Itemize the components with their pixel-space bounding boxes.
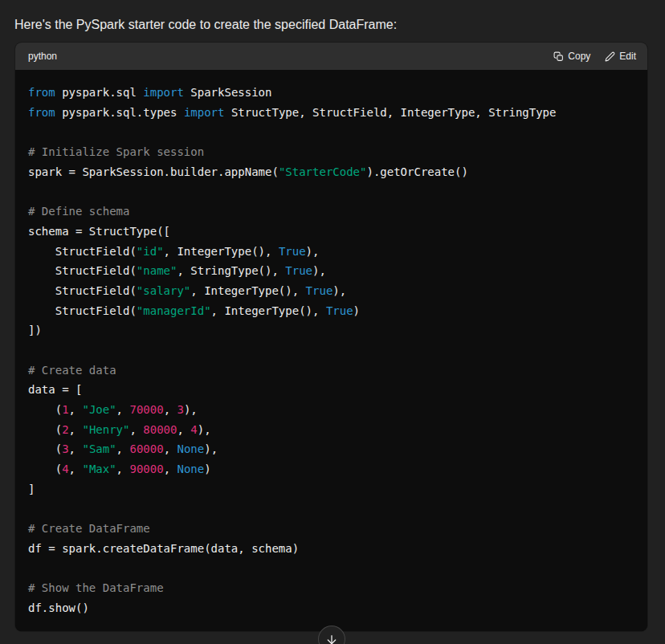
code-token: StructField( [28,264,137,277]
edit-pencil-icon [605,51,615,62]
code-token: True [279,245,306,258]
copy-button-label: Copy [568,51,590,62]
code-token: , StringType(), [177,264,285,277]
code-token: , [69,442,83,455]
code-token: 80000 [143,423,177,436]
code-token: ).getOrCreate() [366,165,467,178]
code-token: , [69,403,83,416]
code-token: , [164,403,177,416]
code-token: 90000 [129,463,163,475]
code-token: 3 [62,442,68,455]
code-token: 70000 [129,403,163,416]
code-line: from pyspark.sql.types import StructType… [28,103,634,123]
code-token: ) [353,304,360,317]
code-line [28,559,634,579]
code-token: , [116,442,130,455]
copy-button[interactable]: Copy [553,51,590,62]
code-line: # Create data [28,361,634,381]
code-token: import [184,106,225,119]
code-line: spark = SparkSession.builder.appName("St… [28,162,634,182]
code-line [28,122,634,142]
code-token: ( [28,403,62,416]
code-token: ), [306,245,320,258]
code-line: StructField("salary", IntegerType(), Tru… [28,281,634,301]
code-token: spark = SparkSession.builder.appName( [28,165,279,178]
code-token: 4 [62,463,68,475]
code-line: data = [ [28,380,634,400]
code-line: # Define schema [28,202,634,222]
code-token: True [326,304,353,317]
code-token: ), [312,264,326,277]
code-token: 4 [190,423,197,436]
code-token: "Joe" [82,403,116,416]
code-line [28,181,634,202]
code-token: StructType, StructField, IntegerType, St… [224,106,556,119]
code-token: "Henry" [82,423,129,436]
code-token: ( [28,423,62,436]
code-token: df.show() [28,601,89,614]
code-token: ), [204,442,218,455]
code-token: 60000 [129,442,163,455]
code-token: , [116,463,130,475]
code-token: None [177,463,204,475]
code-token: pyspark.sql.types [55,106,184,119]
code-block-header: python Copy [15,43,647,70]
code-token: , IntegerType(), [164,245,279,258]
code-token: df = spark.createDataFrame(data, schema) [28,542,299,555]
code-token: SparkSession [184,86,272,99]
code-token: None [177,442,204,455]
code-token: "StarterCode" [279,165,367,178]
code-token: , [177,423,190,436]
code-token: from [28,86,55,99]
code-line: StructField("managerId", IntegerType(), … [28,301,634,321]
code-line: df.show() [28,598,634,618]
code-token: # Create data [28,364,116,377]
code-line: (2, "Henry", 80000, 4), [28,420,634,440]
code-line: StructField("name", StringType(), True), [28,261,634,281]
code-token: ) [204,463,210,475]
edit-button[interactable]: Edit [605,51,636,62]
code-block-actions: Copy Edit [553,51,636,62]
code-token: StructField( [28,284,137,297]
code-line: ] [28,479,634,499]
code-token: pyspark.sql [55,86,144,99]
code-token: # Create DataFrame [28,522,150,535]
code-token: import [143,86,184,99]
code-token: # Define schema [28,205,129,218]
code-token: , [69,423,83,436]
code-token: StructField( [28,304,137,317]
code-block: python Copy [14,42,648,632]
code-line [28,340,634,361]
code-token: , [164,442,177,455]
code-token: 1 [62,403,68,416]
code-language-label: python [28,51,57,62]
edit-button-label: Edit [619,51,636,62]
code-token: schema = StructType([ [28,225,170,238]
code-token: "salary" [137,284,190,297]
code-token: True [306,284,333,297]
code-token: 3 [177,403,183,416]
code-token: "Max" [82,463,116,475]
message-intro-text: Here's the PySpark starter code to creat… [0,0,665,35]
code-line: # Show the DataFrame [28,578,634,598]
code-token: , [69,463,83,475]
code-token: StructField( [28,245,137,258]
code-line: # Create DataFrame [28,519,634,539]
code-token: , [164,463,177,475]
code-token: "Sam" [82,442,116,455]
code-token: ] [28,483,35,495]
code-token: "name" [137,264,177,277]
code-token: # Initialize Spark session [28,145,204,158]
code-line: # Initialize Spark session [28,142,634,162]
code-token: , IntegerType(), [190,284,305,297]
code-token: ), [332,284,346,297]
code-token: ( [28,463,62,475]
code-line: (1, "Joe", 70000, 3), [28,400,634,420]
code-line: df = spark.createDataFrame(data, schema) [28,539,634,559]
code-line: (4, "Max", 90000, None) [28,459,634,479]
code-token: # Show the DataFrame [28,581,164,594]
code-token: True [285,264,312,277]
code-token: "id" [137,245,164,258]
code-token: ]) [28,324,42,336]
code-line: from pyspark.sql import SparkSession [28,83,634,103]
